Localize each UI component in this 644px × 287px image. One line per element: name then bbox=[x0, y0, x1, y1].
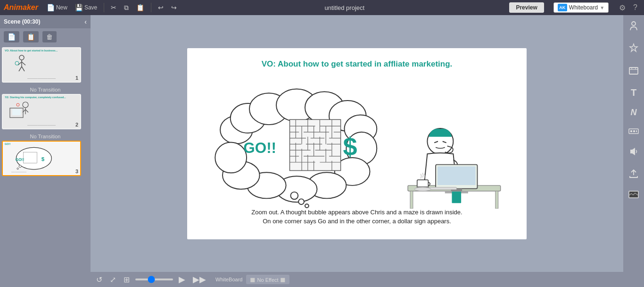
new-button[interactable]: 📄 New bbox=[44, 3, 70, 12]
audio-button[interactable] bbox=[627, 144, 641, 161]
no-effect-icon: ◼ bbox=[250, 276, 256, 283]
svg-line-5 bbox=[22, 67, 25, 71]
svg-point-35 bbox=[290, 192, 298, 199]
canvas-container: VO: About how to get started in affliate… bbox=[91, 15, 623, 272]
thumb-content-3: GO!! GO!! $ bbox=[3, 142, 80, 175]
scene-thumbnail-3[interactable]: GO!! GO!! $ bbox=[2, 141, 81, 176]
paste-button[interactable]: 📋 bbox=[133, 3, 147, 12]
main-layout: Scene (00:30) ‹ 📄 📋 🗑 VO: About how to g… bbox=[0, 15, 644, 287]
svg-point-13 bbox=[17, 103, 19, 106]
transition-label-2[interactable]: No Transition bbox=[2, 132, 89, 141]
svg-point-6 bbox=[15, 61, 19, 65]
settings-icon[interactable]: ⚙ bbox=[616, 3, 628, 12]
whiteboard-button[interactable]: AK Whiteboard ▼ bbox=[553, 2, 609, 13]
svg-point-0 bbox=[19, 55, 24, 60]
cut-button[interactable]: ✂ bbox=[108, 3, 119, 12]
svg-rect-83 bbox=[438, 166, 476, 185]
no-effect-expand-icon: ◼ bbox=[280, 276, 286, 283]
undo-button[interactable]: ↩ bbox=[155, 3, 166, 12]
scene-thumbnail-2[interactable]: 7/2: Starting his computer, completely c… bbox=[2, 94, 81, 129]
svg-rect-90 bbox=[452, 191, 461, 203]
svg-rect-39 bbox=[290, 119, 341, 170]
copy-button[interactable]: ⧉ bbox=[121, 3, 132, 13]
svg-point-19 bbox=[17, 168, 18, 169]
thumb-figure-1 bbox=[12, 55, 31, 73]
svg-line-12 bbox=[25, 110, 28, 112]
play-forward-button[interactable]: ▶▶ bbox=[191, 273, 208, 286]
svg-text:$: $ bbox=[41, 156, 45, 162]
thumb-text-1: VO: About how to get started in business… bbox=[5, 49, 78, 52]
background-button[interactable] bbox=[627, 189, 641, 203]
preview-button[interactable]: Preview bbox=[509, 2, 544, 13]
scene-thumbnail-1[interactable]: VO: About how to get started in business… bbox=[2, 47, 81, 83]
svg-text:GO!!: GO!! bbox=[16, 157, 25, 162]
svg-point-9 bbox=[23, 102, 28, 108]
expand-button[interactable]: ⤢ bbox=[108, 274, 118, 285]
scene-number-3: 3 bbox=[75, 169, 78, 174]
slide-illustration: GO!! bbox=[201, 74, 512, 209]
new-scene-button[interactable]: 📄 bbox=[4, 31, 19, 42]
logo: Animaker bbox=[4, 3, 38, 12]
redo-button[interactable]: ↪ bbox=[168, 3, 180, 12]
svg-point-34 bbox=[215, 142, 247, 173]
scene-header: Scene (00:30) ‹ bbox=[0, 15, 91, 28]
media-button[interactable] bbox=[627, 63, 641, 80]
new-icon: 📄 bbox=[47, 4, 55, 11]
save-button[interactable]: 💾 Save bbox=[72, 3, 100, 12]
whiteboard-icon: AK bbox=[558, 4, 567, 11]
upload-button[interactable] bbox=[627, 167, 641, 183]
bottom-controls: ↺ ⤢ ⊞ ▶ ▶▶ WhiteBoard ◼ No Effect ◼ bbox=[91, 272, 623, 287]
canvas-area: VO: About how to get started in affliate… bbox=[91, 15, 623, 287]
slide-caption: Zoom out. A thought bubble appears above… bbox=[187, 204, 527, 230]
scene-item-3: GO!! GO!! $ bbox=[2, 141, 89, 176]
scene-list: VO: About how to get started in business… bbox=[0, 45, 91, 287]
cut-icon: ✂ bbox=[111, 4, 116, 11]
text-button[interactable]: T bbox=[629, 85, 638, 100]
character-button[interactable] bbox=[627, 19, 641, 35]
grid-button[interactable]: ⊞ bbox=[122, 274, 132, 285]
svg-text:$: $ bbox=[343, 132, 357, 160]
svg-point-89 bbox=[414, 187, 431, 191]
transition-label-1[interactable]: No Transition bbox=[2, 85, 89, 94]
thumb-content-2: 7/2: Starting his computer, completely c… bbox=[3, 95, 80, 128]
separator bbox=[104, 3, 104, 12]
no-effect-button[interactable]: ◼ No Effect ◼ bbox=[246, 275, 289, 284]
copy-icon: ⧉ bbox=[124, 4, 129, 12]
canvas-slide[interactable]: VO: About how to get started in affliate… bbox=[187, 48, 527, 239]
play-button[interactable]: ▶ bbox=[177, 273, 187, 286]
vo-text: VO: About how to get started in affliate… bbox=[187, 56, 527, 73]
help-icon[interactable]: ? bbox=[630, 3, 640, 12]
collapse-button[interactable]: ‹ bbox=[84, 18, 87, 25]
scene-number-1: 1 bbox=[75, 75, 78, 81]
left-panel: Scene (00:30) ‹ 📄 📋 🗑 VO: About how to g… bbox=[0, 15, 91, 287]
effects-button[interactable] bbox=[627, 125, 641, 139]
zoom-slider[interactable] bbox=[135, 279, 173, 280]
chevron-down-icon: ▼ bbox=[600, 5, 604, 10]
topbar: Animaker 📄 New 💾 Save ✂ ⧉ 📋 ↩ ↪ untitled… bbox=[0, 0, 644, 15]
svg-point-91 bbox=[632, 22, 636, 25]
loop-button[interactable]: ↺ bbox=[94, 274, 104, 285]
svg-rect-94 bbox=[630, 130, 632, 132]
save-icon: 💾 bbox=[75, 4, 83, 11]
svg-text:GO!!: GO!! bbox=[243, 140, 276, 156]
svg-rect-95 bbox=[633, 130, 635, 132]
scene-item-2: 7/2: Starting his computer, completely c… bbox=[2, 94, 89, 129]
props-button[interactable] bbox=[627, 41, 641, 58]
right-panel: T N bbox=[623, 15, 644, 287]
separator2 bbox=[151, 3, 151, 12]
whiteboard-mode-label: WhiteBoard bbox=[215, 277, 242, 282]
project-title: untitled project bbox=[182, 4, 507, 11]
scene-number-2: 2 bbox=[75, 122, 78, 127]
thumb-content-1: VO: About how to get started in business… bbox=[3, 48, 80, 82]
svg-line-4 bbox=[19, 67, 22, 71]
svg-rect-96 bbox=[636, 130, 637, 132]
scene-toolbar: 📄 📋 🗑 bbox=[0, 28, 91, 45]
undo-icon: ↩ bbox=[158, 4, 164, 11]
svg-line-3 bbox=[22, 62, 25, 65]
svg-rect-8 bbox=[12, 109, 21, 115]
duplicate-scene-button[interactable]: 📋 bbox=[23, 31, 39, 42]
svg-rect-92 bbox=[629, 68, 638, 74]
redo-icon: ↪ bbox=[171, 4, 177, 11]
delete-scene-button[interactable]: 🗑 bbox=[42, 31, 57, 42]
font-button[interactable]: N bbox=[629, 106, 639, 119]
